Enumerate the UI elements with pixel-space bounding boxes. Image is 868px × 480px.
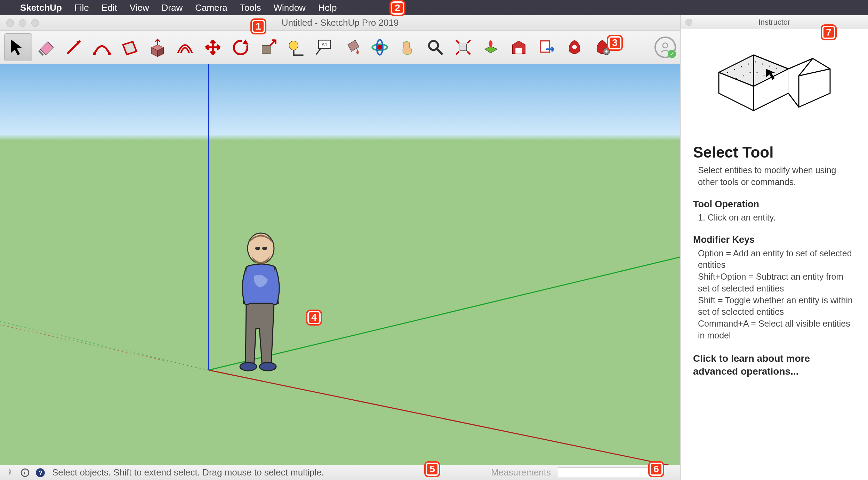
orbit-tool[interactable] bbox=[366, 33, 394, 61]
modifier-2: Shift+Option = Subtract an entity from s… bbox=[693, 271, 855, 295]
svg-rect-24 bbox=[262, 247, 267, 250]
instructor-learn-more-link[interactable]: Click to learn about more advanced opera… bbox=[693, 352, 855, 378]
pushpull-tool[interactable] bbox=[143, 33, 171, 61]
menu-tools[interactable]: Tools bbox=[234, 2, 267, 13]
svg-rect-10 bbox=[460, 44, 466, 50]
svg-point-13 bbox=[572, 45, 577, 49]
menu-draw[interactable]: Draw bbox=[155, 2, 189, 13]
svg-point-1 bbox=[108, 52, 111, 55]
help-icon[interactable]: ? bbox=[35, 467, 46, 478]
geolocation-icon[interactable] bbox=[4, 467, 15, 478]
app-menu[interactable]: SketchUp bbox=[14, 2, 68, 13]
close-traffic-icon[interactable] bbox=[6, 19, 14, 27]
zoom-tool[interactable] bbox=[421, 33, 449, 61]
axes-overlay bbox=[0, 64, 680, 465]
svg-point-25 bbox=[240, 362, 257, 371]
svg-point-38 bbox=[769, 66, 770, 67]
measurements-label: Measurements bbox=[491, 467, 551, 478]
menu-edit[interactable]: Edit bbox=[95, 2, 123, 13]
callout-5: 5 bbox=[424, 461, 440, 477]
modifier-1: Option = Add an entity to set of selecte… bbox=[693, 248, 855, 271]
svg-point-40 bbox=[749, 72, 750, 73]
svg-rect-12 bbox=[540, 41, 549, 52]
menu-view[interactable]: View bbox=[123, 2, 155, 13]
svg-point-35 bbox=[748, 64, 749, 65]
move-tool[interactable] bbox=[199, 33, 227, 61]
window-titlebar: Untitled - SketchUp Pro 2019 bbox=[0, 15, 680, 31]
svg-point-16 bbox=[663, 43, 668, 48]
svg-point-33 bbox=[734, 69, 735, 70]
offset-tool[interactable] bbox=[171, 33, 199, 61]
rotate-tool[interactable] bbox=[227, 33, 255, 61]
modifiers-heading: Modifier Keys bbox=[693, 233, 855, 246]
svg-point-37 bbox=[762, 64, 763, 65]
line-tool[interactable] bbox=[60, 33, 88, 61]
arc-tool[interactable] bbox=[88, 33, 115, 61]
svg-point-36 bbox=[755, 62, 756, 63]
svg-point-15 bbox=[605, 50, 608, 52]
svg-point-27 bbox=[9, 470, 10, 472]
svg-point-34 bbox=[741, 66, 742, 67]
instructor-illustration bbox=[693, 48, 855, 118]
menu-file[interactable]: File bbox=[68, 2, 95, 13]
addlocation-tool[interactable] bbox=[477, 33, 505, 61]
panel-close-icon[interactable] bbox=[685, 19, 692, 26]
zoomextents-tool[interactable] bbox=[449, 33, 477, 61]
svg-point-43 bbox=[736, 78, 737, 79]
window-title: Untitled - SketchUp Pro 2019 bbox=[282, 17, 399, 28]
scale-tool[interactable] bbox=[255, 33, 282, 61]
toolbar: A1 ✓ bbox=[0, 31, 680, 64]
callout-3: 3 bbox=[607, 35, 623, 51]
svg-text:?: ? bbox=[39, 470, 42, 477]
zoom-traffic-icon[interactable] bbox=[31, 19, 39, 27]
eraser-tool[interactable] bbox=[32, 33, 60, 61]
scale-figure bbox=[233, 227, 289, 374]
modifier-3: Shift = Toggle whether an entity is with… bbox=[693, 295, 855, 318]
svg-point-32 bbox=[727, 72, 728, 73]
svg-point-0 bbox=[93, 52, 96, 55]
callout-7: 7 bbox=[821, 24, 837, 40]
svg-line-21 bbox=[0, 325, 209, 370]
instructor-tool-title: Select Tool bbox=[693, 142, 855, 162]
menu-window[interactable]: Window bbox=[267, 2, 312, 13]
svg-text:A1: A1 bbox=[321, 41, 327, 47]
svg-point-39 bbox=[775, 68, 777, 69]
modifier-4: Command+A = Select all visible entities … bbox=[693, 318, 855, 342]
svg-point-41 bbox=[756, 72, 757, 73]
svg-point-6 bbox=[377, 44, 383, 50]
callout-2: 2 bbox=[389, 0, 405, 16]
pan-tool[interactable] bbox=[394, 33, 421, 61]
paintbucket-tool[interactable] bbox=[338, 33, 366, 61]
callout-4: 4 bbox=[306, 310, 322, 326]
instructor-panel-title: Instructor bbox=[758, 18, 790, 27]
credits-icon[interactable]: i bbox=[19, 467, 31, 478]
select-tool[interactable] bbox=[4, 33, 32, 61]
instructor-panel: Instructor bbox=[680, 15, 868, 480]
measurements-input[interactable] bbox=[558, 467, 662, 478]
svg-line-20 bbox=[209, 370, 680, 465]
svg-point-26 bbox=[259, 362, 276, 371]
text-tool[interactable]: A1 bbox=[310, 33, 338, 61]
rectangle-tool[interactable] bbox=[115, 33, 143, 61]
menu-help[interactable]: Help bbox=[312, 2, 343, 13]
svg-point-44 bbox=[763, 75, 764, 76]
operation-step: 1. Click on an entity. bbox=[693, 212, 855, 224]
signedin-check-icon: ✓ bbox=[668, 50, 676, 58]
minimize-traffic-icon[interactable] bbox=[19, 19, 26, 27]
svg-point-28 bbox=[21, 469, 29, 477]
extensionwarehouse-tool[interactable] bbox=[561, 33, 588, 61]
svg-line-19 bbox=[0, 321, 209, 370]
instructor-desc: Select entities to modify when using oth… bbox=[693, 165, 855, 188]
sketchup-main-window: Untitled - SketchUp Pro 2019 A1 bbox=[0, 15, 680, 480]
layoutsend-tool[interactable] bbox=[533, 33, 561, 61]
svg-rect-2 bbox=[262, 45, 271, 54]
menu-camera[interactable]: Camera bbox=[189, 2, 233, 13]
svg-point-9 bbox=[429, 41, 438, 50]
svg-point-42 bbox=[742, 75, 744, 77]
svg-rect-11 bbox=[515, 48, 522, 54]
signin-icon[interactable]: ✓ bbox=[654, 37, 676, 58]
3dwarehouse-tool[interactable] bbox=[505, 33, 533, 61]
statusbar: i ? Select objects. Shift to extend sele… bbox=[0, 465, 680, 480]
drawing-area[interactable] bbox=[0, 64, 680, 465]
tapemeasure-tool[interactable] bbox=[282, 33, 310, 61]
